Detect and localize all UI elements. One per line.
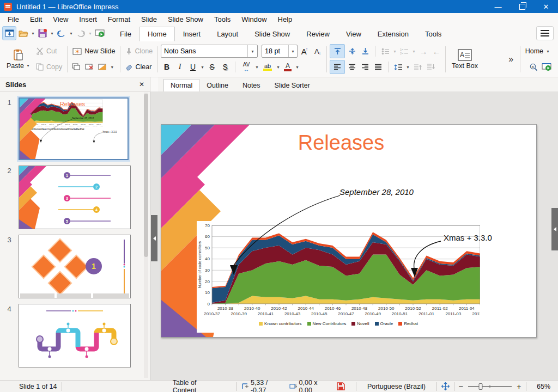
chart-object[interactable]: 0102030405060702010-372010-382010-392010… bbox=[197, 221, 480, 333]
font-name-input[interactable] bbox=[161, 47, 247, 55]
bold-button[interactable]: B bbox=[161, 61, 173, 73]
open-dropdown[interactable]: ▾ bbox=[31, 31, 35, 36]
menu-slide[interactable]: Slide bbox=[136, 14, 162, 24]
clear-formatting-button[interactable]: Clear bbox=[123, 62, 154, 72]
duplicate-slide-button[interactable] bbox=[70, 61, 82, 73]
character-spacing-button[interactable]: AV↔ bbox=[239, 61, 253, 73]
font-color-button[interactable]: A bbox=[282, 61, 294, 73]
character-spacing-dropdown[interactable]: ▾ bbox=[254, 65, 259, 70]
menu-window[interactable]: Window bbox=[236, 14, 272, 24]
delete-slide-button[interactable] bbox=[83, 61, 95, 73]
ribbon-tab-insert[interactable]: Insert bbox=[175, 27, 209, 41]
paste-button[interactable]: Paste▾ bbox=[3, 48, 34, 71]
language-status[interactable]: Portuguese (Brazil) bbox=[356, 381, 436, 392]
highlight-color-button[interactable]: ab bbox=[260, 61, 275, 73]
align-top-button[interactable] bbox=[330, 44, 345, 58]
align-left-button[interactable] bbox=[330, 60, 345, 74]
annotation-xmas[interactable]: Xmas + 3.3.0 bbox=[444, 233, 492, 242]
restore-button[interactable] bbox=[510, 0, 534, 13]
view-tab-outline[interactable]: Outline bbox=[199, 79, 235, 91]
align-center-button[interactable] bbox=[346, 61, 358, 73]
line-spacing-button[interactable] bbox=[392, 61, 404, 73]
view-tab-slide-sorter[interactable]: Slide Sorter bbox=[268, 79, 317, 91]
undo-dropdown[interactable]: ▾ bbox=[69, 31, 74, 36]
slide-1-preview[interactable]: Releases 0102030405060702010-372010-3820… bbox=[20, 99, 129, 160]
save-dropdown[interactable]: ▾ bbox=[50, 31, 54, 36]
menu-insert[interactable]: Insert bbox=[74, 14, 102, 24]
show-sidebar-handle[interactable] bbox=[551, 208, 558, 250]
shadow-button[interactable]: S bbox=[219, 61, 231, 73]
paste-dropdown[interactable]: ▾ bbox=[26, 63, 31, 68]
ribbon-tab-view[interactable]: View bbox=[338, 27, 369, 41]
justify-button[interactable] bbox=[372, 61, 384, 73]
annotation-date[interactable]: September 28, 2010 bbox=[339, 187, 414, 197]
line-spacing-dropdown[interactable]: ▾ bbox=[405, 65, 410, 70]
slides-panel-scrollbar-thumb[interactable] bbox=[144, 94, 148, 257]
view-tab-notes[interactable]: Notes bbox=[235, 79, 268, 91]
zoom-in-button[interactable]: + bbox=[517, 382, 521, 391]
menu-edit[interactable]: Edit bbox=[25, 14, 47, 24]
save-button[interactable] bbox=[36, 27, 49, 40]
align-bottom-button[interactable] bbox=[359, 45, 371, 57]
slide-1-thumbnail[interactable]: Releases 0102030405060702010-372010-3820… bbox=[19, 97, 129, 160]
fit-slide-button[interactable] bbox=[437, 381, 454, 392]
slide-layout-dropdown[interactable]: ▾ bbox=[110, 65, 114, 70]
menu-format[interactable]: Format bbox=[102, 14, 136, 24]
find-replace-button[interactable]: a bbox=[527, 61, 539, 73]
new-slide-button[interactable]: ✶ New Slide bbox=[70, 46, 117, 57]
slide-3-thumbnail[interactable]: 1 bbox=[19, 235, 131, 298]
menubar-toggle-icon[interactable] bbox=[536, 26, 554, 40]
start-from-first-slide-button[interactable] bbox=[541, 61, 553, 73]
insert-text-box-button[interactable]: A Text Box bbox=[448, 48, 481, 71]
minimize-button[interactable]: — bbox=[486, 0, 510, 13]
italic-button[interactable]: I bbox=[174, 61, 186, 73]
new-window-button[interactable] bbox=[2, 26, 16, 40]
view-tab-normal[interactable]: Normal bbox=[163, 79, 199, 91]
grow-font-button[interactable]: A↑ bbox=[299, 45, 311, 57]
hide-slides-panel-handle[interactable] bbox=[151, 215, 157, 261]
font-color-dropdown[interactable]: ▾ bbox=[295, 65, 300, 70]
font-size-input[interactable] bbox=[262, 47, 288, 55]
zoom-out-button[interactable]: − bbox=[459, 382, 464, 391]
font-name-dropdown[interactable]: ▾ bbox=[247, 45, 257, 57]
toolbar-overflow-button[interactable]: » bbox=[505, 53, 517, 65]
slide-editing-area[interactable]: Releases 0102030405060702010-372010-3820… bbox=[161, 124, 537, 338]
ribbon-tab-review[interactable]: Review bbox=[298, 27, 338, 41]
ribbon-tab-layout[interactable]: Layout bbox=[209, 27, 246, 41]
underline-dropdown[interactable]: ▾ bbox=[200, 65, 205, 70]
strikethrough-button[interactable]: S bbox=[206, 61, 218, 73]
redo-button[interactable] bbox=[74, 27, 87, 40]
slide-4-thumbnail[interactable] bbox=[19, 304, 131, 367]
slide-title-text[interactable]: Releases bbox=[248, 131, 434, 155]
context-selector[interactable]: Home▾ bbox=[523, 46, 553, 56]
align-right-button[interactable] bbox=[359, 61, 371, 73]
center-vertically-button[interactable] bbox=[346, 45, 358, 57]
zoom-slider[interactable] bbox=[467, 383, 513, 390]
highlight-color-dropdown[interactable]: ▾ bbox=[276, 65, 281, 70]
ribbon-tab-file[interactable]: File bbox=[112, 27, 140, 41]
slides-panel-close-icon[interactable]: ✕ bbox=[139, 81, 144, 88]
open-button[interactable] bbox=[17, 27, 30, 40]
start-slideshow-button[interactable] bbox=[93, 27, 106, 40]
ribbon-tab-extension[interactable]: Extension bbox=[369, 27, 417, 41]
font-size-combo[interactable]: ▾ bbox=[262, 45, 298, 58]
menu-tools[interactable]: Tools bbox=[209, 14, 236, 24]
shrink-font-button[interactable]: A↓ bbox=[312, 45, 324, 57]
menu-help[interactable]: Help bbox=[272, 14, 298, 24]
slide-layout-button[interactable] bbox=[96, 61, 108, 73]
slides-panel-scrollbar[interactable] bbox=[144, 93, 148, 378]
ribbon-tab-slide-show[interactable]: Slide Show bbox=[246, 27, 298, 41]
font-name-combo[interactable]: ▾ bbox=[161, 45, 258, 58]
close-button[interactable]: ✕ bbox=[534, 0, 558, 13]
document-modified-indicator[interactable] bbox=[332, 381, 349, 392]
ribbon-tab-home[interactable]: Home bbox=[140, 27, 175, 41]
slide-2-thumbnail[interactable]: 12345 bbox=[19, 166, 131, 229]
ribbon-tab-tools[interactable]: Tools bbox=[417, 27, 450, 41]
font-size-dropdown[interactable]: ▾ bbox=[288, 45, 297, 57]
undo-button[interactable] bbox=[55, 27, 68, 40]
underline-button[interactable]: U bbox=[187, 61, 199, 73]
menu-file[interactable]: File bbox=[2, 14, 25, 24]
menu-slide-show[interactable]: Slide Show bbox=[162, 14, 209, 24]
zoom-level-status[interactable]: 65% bbox=[526, 381, 558, 392]
menu-view[interactable]: View bbox=[47, 14, 74, 24]
